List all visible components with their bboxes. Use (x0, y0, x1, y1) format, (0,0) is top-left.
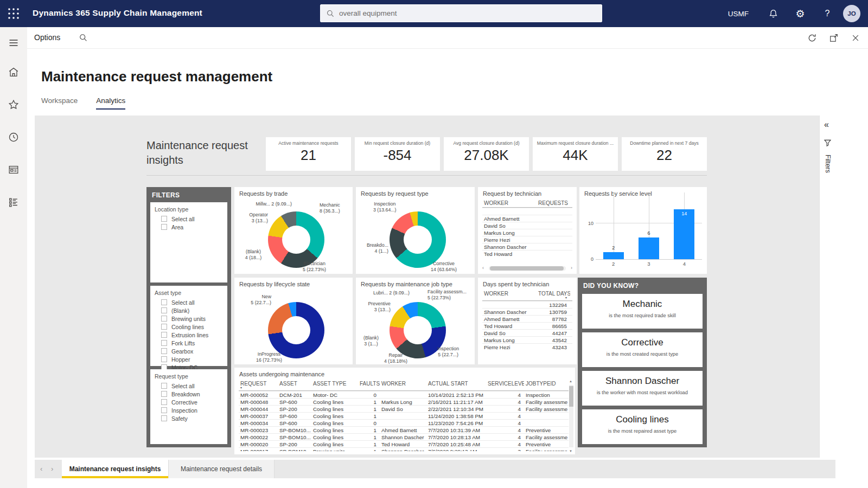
kpi-card-min-closure[interactable]: Min request closure duration (d) -854 (355, 137, 440, 171)
table-row[interactable]: Ahmed Barnett (482, 215, 572, 222)
filter-checkbox-item[interactable]: Select all (150, 382, 227, 390)
checkbox[interactable] (161, 383, 167, 389)
filter-checkbox-item[interactable]: Area (150, 223, 227, 231)
filter-checkbox-item[interactable]: Select all (150, 298, 227, 306)
table-row[interactable]: Ted Howard86655 (482, 322, 572, 329)
table-row[interactable] (482, 208, 572, 215)
filters-strip-label[interactable]: Filters (824, 155, 832, 173)
app-launcher-waffle-icon[interactable] (7, 7, 20, 20)
filter-checkbox-item[interactable]: Breakdown (150, 390, 227, 398)
filter-checkbox-item[interactable]: Fork Lifts (150, 339, 227, 347)
favorites-star-icon[interactable] (0, 93, 27, 116)
workspaces-icon[interactable] (0, 158, 27, 181)
filter-checkbox-item[interactable]: Extrusion lines (150, 331, 227, 339)
filter-checkbox-item[interactable]: Brewing units (150, 314, 227, 323)
scrollbar-thumb[interactable] (569, 386, 573, 407)
bar[interactable] (603, 252, 624, 259)
scroll-down-icon[interactable]: ▼ (569, 450, 572, 453)
user-avatar[interactable]: JO (843, 5, 860, 22)
checkbox[interactable] (161, 399, 167, 405)
checkbox[interactable] (161, 332, 167, 338)
page-search-icon[interactable] (79, 33, 88, 42)
checkbox[interactable] (161, 391, 167, 397)
table-row[interactable]: Markus Long43542 (482, 336, 572, 343)
table-row[interactable]: David So (482, 222, 572, 229)
checkbox[interactable] (161, 316, 167, 322)
open-in-new-window-icon[interactable] (827, 31, 841, 45)
scroll-up-icon[interactable]: ▲ (569, 380, 572, 383)
global-search-box[interactable] (320, 4, 602, 22)
filter-checkbox-item[interactable]: Select all (150, 215, 227, 223)
checkbox[interactable] (161, 224, 167, 230)
options-menu[interactable]: Options (34, 33, 60, 42)
table-row[interactable]: MR-000020SP-200Cooling lines1Ted Howard7… (239, 440, 569, 447)
pages-next-button[interactable]: › (51, 465, 53, 473)
checkbox[interactable] (161, 415, 167, 421)
notifications-bell-icon[interactable] (760, 0, 787, 27)
filter-checkbox-item[interactable]: Cooling lines (150, 323, 227, 331)
refresh-icon[interactable] (805, 31, 819, 45)
checkbox[interactable] (161, 307, 167, 313)
bar[interactable] (639, 237, 659, 259)
hamburger-menu-icon[interactable] (0, 31, 27, 54)
filter-funnel-icon[interactable] (823, 138, 832, 147)
report-page-tab-insights[interactable]: Maintenance request insights (62, 460, 168, 478)
table-row[interactable]: Shannon Dascher (482, 243, 572, 250)
bar[interactable] (674, 209, 694, 259)
donut-chart[interactable] (268, 211, 324, 268)
modules-list-icon[interactable] (0, 191, 27, 214)
table-row[interactable]: 132294 (482, 301, 572, 308)
help-icon[interactable]: ? (814, 0, 841, 27)
checkbox[interactable] (161, 356, 167, 362)
app-title[interactable]: Dynamics 365 Supply Chain Management (33, 8, 202, 18)
collapse-double-chevron-icon[interactable]: « (824, 120, 829, 130)
table-row[interactable]: Pierre Hezi43243 (482, 343, 572, 350)
kpi-card-avg-closure[interactable]: Avg request closure duration (d) 27.08K (444, 137, 529, 171)
table-row[interactable]: Shannon Dascher130759 (482, 308, 572, 315)
tab-workspace[interactable]: Workspace (41, 97, 78, 110)
report-page-tab-details[interactable]: Maintenance request details (168, 460, 275, 478)
filter-checkbox-item[interactable]: Safety (150, 414, 227, 422)
checkbox[interactable] (161, 216, 167, 222)
table-row[interactable]: MR-000048SP-600Cooling lines1Markus Long… (239, 398, 569, 405)
table-row[interactable]: Markus Long (482, 229, 572, 236)
filter-checkbox-item[interactable]: Hopper (150, 355, 227, 363)
filter-checkbox-item[interactable]: (Blank) (150, 306, 227, 314)
table-row[interactable]: Ahmed Barnett87782 (482, 315, 572, 322)
close-icon[interactable] (848, 31, 863, 45)
scroll-left-icon[interactable]: ‹ (482, 265, 484, 271)
settings-gear-icon[interactable]: ⚙ (787, 0, 814, 27)
kpi-card-downtime[interactable]: Downtime planned in next 7 days 22 (622, 137, 707, 171)
kpi-card-active-requests[interactable]: Active maintenance requests 21 (266, 137, 351, 171)
tab-analytics[interactable]: Analytics (96, 97, 125, 110)
vertical-scrollbar[interactable]: ▲ ▼ (569, 380, 574, 453)
table-row[interactable]: MR-000044SP-200Cooling lines1David So2/2… (239, 405, 569, 412)
table-row[interactable]: MR-000037SP-600Cooling lines111/24/2020 … (239, 412, 569, 419)
table-row[interactable]: MR-000017SP-BOM10...Brewing units1Shanno… (239, 447, 569, 451)
checkbox[interactable] (161, 324, 167, 330)
kpi-card-max-closure[interactable]: Maximum request closure duration ... 44K (533, 137, 618, 171)
home-icon[interactable] (0, 61, 27, 84)
company-selector[interactable]: USMF (717, 10, 760, 18)
table-row[interactable]: MR-000023SP-BOM10...Cooling lines1Ahmed … (239, 426, 569, 433)
search-input[interactable] (339, 9, 596, 17)
scrollbar-thumb[interactable] (490, 266, 564, 271)
table-row[interactable]: David So44247 (482, 329, 572, 336)
checkbox[interactable] (161, 340, 167, 346)
donut-chart[interactable] (268, 302, 324, 358)
table-row[interactable]: Pierre Hezi (482, 236, 572, 243)
table-row[interactable]: MR-000022SP-BOM10...Cooling lines1Shanno… (239, 433, 569, 440)
checkbox[interactable] (161, 407, 167, 413)
table-row[interactable]: MR-000034SP-600Cooling lines011/23/2020 … (239, 419, 569, 426)
filter-checkbox-item[interactable]: Corrective (150, 398, 227, 406)
table-row[interactable]: Ted Howard (482, 250, 572, 257)
horizontal-scrollbar[interactable]: ‹ › (482, 266, 572, 271)
recent-clock-icon[interactable] (0, 126, 27, 149)
checkbox[interactable] (161, 348, 167, 354)
filter-checkbox-item[interactable]: Gearbox (150, 347, 227, 355)
filter-checkbox-item[interactable]: Inspection (150, 406, 227, 414)
scroll-right-icon[interactable]: › (571, 265, 572, 271)
checkbox[interactable] (161, 299, 167, 305)
table-row[interactable]: MR-000052DCM-201Motor- DC010/14/2021 2:5… (239, 391, 569, 398)
pages-prev-button[interactable]: ‹ (40, 465, 42, 473)
